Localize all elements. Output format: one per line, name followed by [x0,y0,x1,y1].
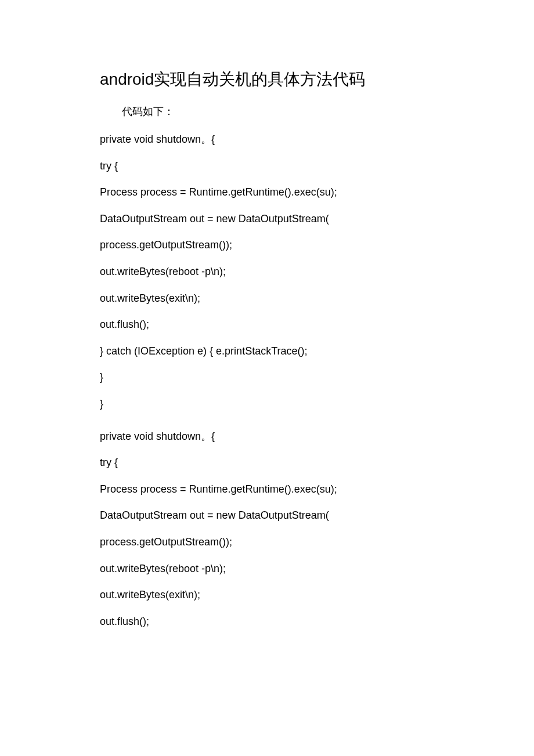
code-line: process.getOutputStream()); [100,239,434,252]
section-gap [100,425,434,431]
code-line: DataOutputStream out = new DataOutputStr… [100,213,434,226]
code-line: DataOutputStream out = new DataOutputStr… [100,509,434,522]
code-line: } [100,398,434,411]
code-line: try { [100,160,434,173]
code-line: private void shutdown。{ [100,431,434,443]
code-line: } [100,371,434,384]
code-line: out.writeBytes(reboot -p\n); [100,563,434,576]
code-text: { [211,133,215,145]
intro-text: 代码如下： [122,104,434,118]
code-line: out.flush(); [100,616,434,628]
code-line: out.writeBytes(exit\n); [100,589,434,602]
code-block-2: private void shutdown。{ try { Process pr… [100,431,434,628]
code-text: private void shutdown [100,431,201,442]
code-punct: 。 [201,431,211,442]
code-text: { [211,431,215,442]
code-line: out.flush(); [100,319,434,331]
code-line: try { [100,457,434,469]
code-line: } catch (IOException e) { e.printStackTr… [100,345,434,358]
code-line: out.writeBytes(reboot -p\n); [100,266,434,278]
code-line: Process process = Runtime.getRuntime().e… [100,186,434,199]
code-line: out.writeBytes(exit\n); [100,292,434,305]
code-line: process.getOutputStream()); [100,536,434,549]
code-punct: 。 [201,133,211,145]
document-title: android实现自动关机的具体方法代码 [100,68,434,91]
code-block-1: private void shutdown。{ try { Process pr… [100,133,434,411]
code-line: Process process = Runtime.getRuntime().e… [100,483,434,496]
code-line: private void shutdown。{ [100,133,434,146]
code-text: private void shutdown [100,133,201,145]
